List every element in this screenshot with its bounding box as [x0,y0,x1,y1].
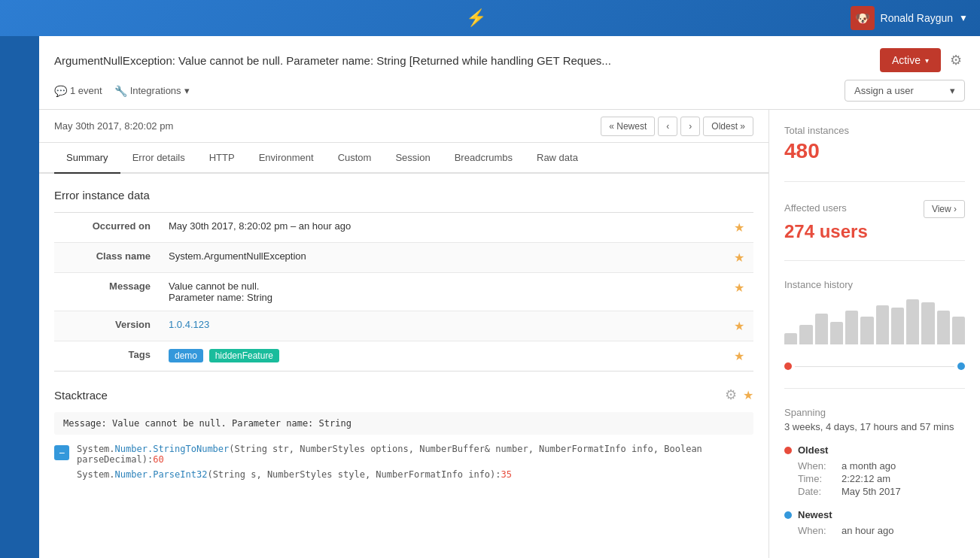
total-instances-block: Total instances 480 [784,125,965,182]
newest-dot-row: Newest [784,509,965,520]
stack-method-2: Number.ParseInt32 [115,469,208,480]
newest-dot [957,362,965,370]
stack-entry: − System.Number.StringToNumber(String st… [54,444,753,465]
total-instances-value: 480 [784,139,965,163]
tab-session[interactable]: Session [383,143,442,174]
oldest-button[interactable]: Oldest » [703,117,753,136]
view-button[interactable]: View › [924,200,965,218]
status-label: Active [892,54,921,66]
stacktrace-header: Stacktrace ⚙ ★ [54,387,753,403]
tags-value: demo hiddenFeature [160,341,725,371]
tab-bar: Summary Error details HTTP Environment C… [39,143,768,174]
prev-button[interactable]: ‹ [658,117,677,136]
oldest-when-key: When: [798,460,835,472]
main-content: ArgumentNullException: Value cannot be n… [39,36,980,558]
oldest-time-key: Time: [798,473,835,484]
user-chevron-icon: ▼ [959,13,968,23]
oldest-label: Oldest [798,444,828,456]
username: Ronald Raygun [881,12,954,24]
avatar: 🐶 [851,6,875,30]
table-row: Tags demo hiddenFeature ★ [54,341,753,371]
instance-history-label: Instance history [784,279,965,290]
chart-bar [799,325,812,344]
version-star[interactable]: ★ [734,320,744,332]
newest-button[interactable]: « Newest [601,117,655,136]
tag-hidden-feature[interactable]: hiddenFeature [209,349,279,362]
message-value: Value cannot be null.Parameter name: Str… [160,273,725,311]
stack-entry: System.Number.ParseInt32(String s, Numbe… [54,469,753,480]
nav-buttons: « Newest ‹ › Oldest » [601,117,753,136]
stacktrace-star[interactable]: ★ [743,388,753,402]
stacktrace-tools: ⚙ ★ [725,387,753,403]
version-value[interactable]: 1.0.4.123 [169,319,209,330]
chart-bar [815,314,828,344]
tab-error-details[interactable]: Error details [120,143,197,174]
oldest-when-value: a month ago [842,460,965,472]
chart-bar [876,305,889,345]
tab-breadcrumbs[interactable]: Breadcrumbs [443,143,525,174]
assign-chevron-icon: ▾ [950,85,955,96]
chart-bar [952,317,965,345]
spanning-block: Spanning 3 weeks, 4 days, 17 hours and 5… [784,407,965,558]
message-label: Message [54,273,160,311]
tab-environment[interactable]: Environment [247,143,326,174]
error-header: ArgumentNullException: Value cannot be n… [39,36,980,110]
stack-method: Number.StringToNumber [115,444,230,454]
tag-demo[interactable]: demo [169,349,203,362]
assign-user-label: Assign a user [854,85,914,96]
class-name-star[interactable]: ★ [734,251,744,264]
stacktrace-section: Stacktrace ⚙ ★ Message: Value cannot be … [54,387,753,480]
oldest-indicator [784,447,792,454]
stacktrace-message: Message: Value cannot be null. Parameter… [54,412,753,435]
occurrence-date: May 30th 2017, 8:20:02 pm [54,110,173,142]
settings-button[interactable]: ⚙ [947,49,965,71]
section-title: Error instance data [54,189,753,202]
tab-custom[interactable]: Custom [326,143,384,174]
newest-when-value: an hour ago [842,525,965,536]
class-name-label: Class name [54,243,160,273]
error-content: Error instance data Occurred on May 30th… [39,174,768,498]
class-name-value: System.ArgumentNullException [160,243,725,273]
oldest-dot-row: Oldest [784,444,965,456]
lightning-icon: ⚡ [466,8,486,28]
oldest-dot [784,362,792,370]
affected-users-label: Affected users [784,202,847,214]
error-meta-bar: 💬 1 event 🔧 Integrations ▾ Assign a user… [54,80,965,109]
newest-label: Newest [798,509,832,520]
stacktrace-title: Stacktrace [54,389,108,402]
chart-bar [784,333,797,344]
right-panel: Total instances 480 Affected users View … [769,110,980,558]
table-row: Class name System.ArgumentNullException … [54,243,753,273]
affected-header: Affected users View › [784,200,965,218]
user-menu[interactable]: 🐶 Ronald Raygun ▼ [851,6,968,30]
stack-line: System.Number.StringToNumber(String str,… [77,444,753,465]
stack-collapse-button[interactable]: − [54,445,69,460]
tags-star[interactable]: ★ [734,350,744,362]
integrations-item[interactable]: 🔧 Integrations ▾ [114,85,190,97]
stacktrace-settings-icon[interactable]: ⚙ [725,387,737,403]
tab-http[interactable]: HTTP [197,143,247,174]
tab-raw-data[interactable]: Raw data [525,143,590,174]
table-row: Version 1.0.4.123 ★ [54,311,753,341]
stack-line-num: 60 [153,454,163,465]
occurred-on-star[interactable]: ★ [734,221,744,234]
integrations-icon: 🔧 [114,85,127,97]
assign-user-dropdown[interactable]: Assign a user ▾ [845,80,965,102]
instance-history-chart [784,299,965,359]
chart-bar [937,311,950,344]
comment-item: 💬 1 event [54,85,102,97]
next-button[interactable]: › [680,117,700,136]
oldest-date-key: Date: [798,486,835,497]
tab-summary[interactable]: Summary [54,143,120,174]
message-star[interactable]: ★ [734,281,744,294]
table-row: Message Value cannot be null.Parameter n… [54,273,753,311]
version-label: Version [54,311,160,341]
chart-bar [860,317,873,345]
affected-users-value: 274 users [784,221,965,242]
oldest-date-value: May 5th 2017 [842,486,965,497]
error-title: ArgumentNullException: Value cannot be n… [54,54,868,67]
error-data-table: Occurred on May 30th 2017, 8:20:02 pm – … [54,212,753,371]
error-actions: Active ▾ ⚙ [880,48,965,72]
status-button[interactable]: Active ▾ [880,48,941,72]
pagination-bar: May 30th 2017, 8:20:02 pm « Newest ‹ › O… [39,110,768,143]
